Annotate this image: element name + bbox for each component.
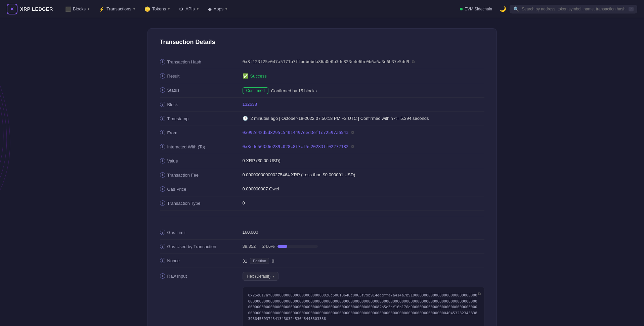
logo-icon: ✕ — [7, 4, 17, 14]
search-shortcut: / — [629, 7, 634, 11]
row-transaction-fee: i Transaction Fee 0.000000000000275464 X… — [160, 168, 484, 182]
row-result: i Result ✅ Success — [160, 69, 484, 83]
row-nonce: i Nonce 31 Position 0 — [160, 254, 484, 268]
nav-apis-label: APIs — [185, 6, 195, 11]
clock-icon: 🕐 — [243, 116, 248, 121]
label-transaction-hash: i Transaction Hash — [160, 58, 237, 64]
row-gas-limit: i Gas Limit 160,000 — [160, 226, 484, 240]
info-icon-status[interactable]: i — [160, 87, 165, 93]
hash-value: 0x8f123f25e047a5171b7ffbdbebda86a0e0b3dc… — [243, 59, 410, 64]
row-status: i Status Confirmed Confirmed by 15 block… — [160, 83, 484, 98]
nav-tokens-label: Tokens — [152, 6, 166, 11]
info-icon-interacted[interactable]: i — [160, 144, 165, 149]
apps-chevron: ▾ — [225, 7, 227, 11]
copy-from-button[interactable]: ⧉ — [351, 130, 354, 135]
copy-raw-input-button[interactable]: ⧉ — [478, 290, 481, 297]
nav-blocks[interactable]: ⬛ Blocks ▾ — [61, 4, 93, 14]
section-divider-1 — [160, 216, 484, 216]
label-value: i Value — [160, 157, 237, 164]
info-icon-value[interactable]: i — [160, 158, 165, 164]
label-gas-price: i Gas Price — [160, 186, 237, 192]
nav-blocks-label: Blocks — [73, 6, 86, 11]
value-from: 0x992e42d5d8295c54014497eed3ef1c72597a65… — [243, 129, 484, 135]
card-title: Transaction Details — [160, 39, 484, 46]
value-transaction-hash: 0x8f123f25e047a5171b7ffbdbebda86a0e0b3dc… — [243, 58, 484, 64]
search-bar[interactable]: 🔍 / — [510, 5, 637, 13]
label-result: i Result — [160, 73, 237, 79]
interacted-address-link[interactable]: 0x8cde56336e289c028c8f7cf5c20283ff022721… — [243, 144, 349, 149]
logo-text: XRP LEDGER — [20, 6, 53, 12]
info-icon-raw-input[interactable]: i — [160, 273, 165, 279]
tokens-icon: 🪙 — [144, 6, 150, 12]
from-address-link[interactable]: 0x992e42d5d8295c54014497eed3ef1c72597a65… — [243, 130, 349, 135]
info-icon-gas-used[interactable]: i — [160, 244, 165, 249]
gas-used-value: 39,352 — [243, 244, 256, 249]
block-link[interactable]: 132638 — [243, 102, 257, 107]
value-timestamp: 🕐 2 minutes ago | October-18-2022 07:50:… — [243, 115, 484, 121]
top-navbar: ✕ XRP LEDGER ⬛ Blocks ▾ ⚡ Transactions ▾… — [0, 0, 644, 18]
gas-used-separator: | — [258, 244, 259, 249]
gas-price-text: 0.000000007 Gwei — [243, 186, 279, 191]
row-transaction-type: i Transaction Type 0 — [160, 196, 484, 211]
confirmed-by-text: Confirmed by 15 blocks — [271, 88, 317, 93]
info-icon-result[interactable]: i — [160, 73, 165, 79]
timestamp-text: 2 minutes ago | October-18-2022 07:50:18… — [251, 116, 429, 121]
value-gas-used: 39,352 | 24.6% — [243, 243, 484, 249]
dropdown-arrow: ▾ — [272, 275, 274, 278]
nav-apis[interactable]: ⚙ APIs ▾ — [175, 4, 202, 14]
info-icon-type[interactable]: i — [160, 200, 165, 206]
nav-apps-label: Apps — [214, 6, 224, 11]
blocks-chevron: ▾ — [88, 7, 89, 11]
xrp-value-text: 0 XRP ($0.00 USD) — [243, 158, 281, 163]
label-raw-input: i Raw Input — [160, 271, 237, 279]
dark-mode-toggle[interactable]: 🌙 — [498, 4, 508, 14]
evm-label: EVM Sidechain — [465, 7, 492, 11]
nav-apps[interactable]: ◆ Apps ▾ — [204, 4, 231, 14]
nav-transactions-label: Transactions — [106, 6, 131, 11]
fee-value-text: 0.000000000000275464 XRP (Less than $0.0… — [243, 172, 355, 177]
info-icon-from[interactable]: i — [160, 130, 165, 135]
info-icon-gas-price[interactable]: i — [160, 186, 165, 192]
row-block: i Block 132638 — [160, 98, 484, 112]
hex-format-select[interactable]: Hex (Default) ▾ — [243, 272, 279, 281]
row-interacted-with: i Interacted With (To) 0x8cde56336e289c0… — [160, 140, 484, 154]
gas-used-container: 39,352 | 24.6% — [243, 244, 318, 249]
info-icon-fee[interactable]: i — [160, 172, 165, 178]
nav-transactions[interactable]: ⚡ Transactions ▾ — [95, 4, 139, 14]
position-value: 0 — [272, 259, 274, 264]
apis-chevron: ▾ — [197, 7, 199, 11]
position-badge: Position — [250, 258, 269, 264]
info-icon-block[interactable]: i — [160, 102, 165, 107]
label-interacted-with: i Interacted With (To) — [160, 143, 237, 149]
nav-items: ⬛ Blocks ▾ ⚡ Transactions ▾ 🪙 Tokens ▾ ⚙… — [61, 4, 637, 14]
label-transaction-type: i Transaction Type — [160, 200, 237, 206]
apis-icon: ⚙ — [179, 6, 183, 12]
transactions-icon: ⚡ — [99, 6, 104, 12]
search-icon: 🔍 — [513, 6, 519, 12]
label-block: i Block — [160, 101, 237, 107]
row-value: i Value 0 XRP ($0.00 USD) — [160, 154, 484, 168]
info-icon-gas-limit[interactable]: i — [160, 230, 165, 235]
raw-input-area: ⧉ 0x25e817af000000000000000000000000926c… — [243, 287, 484, 326]
success-text: Success — [250, 74, 267, 79]
row-from: i From 0x992e42d5d8295c54014497eed3ef1c7… — [160, 126, 484, 140]
label-gas-used: i Gas Used by Transaction — [160, 243, 237, 249]
search-input[interactable] — [522, 7, 626, 11]
row-transaction-hash: i Transaction Hash 0x8f123f25e047a5171b7… — [160, 55, 484, 69]
info-icon-hash[interactable]: i — [160, 59, 165, 64]
gas-progress-fill — [277, 245, 288, 248]
gas-used-percent: 24.6% — [262, 244, 275, 249]
info-icon-nonce[interactable]: i — [160, 258, 165, 263]
nav-tokens[interactable]: 🪙 Tokens ▾ — [140, 4, 174, 14]
info-icon-timestamp[interactable]: i — [160, 116, 165, 121]
value-interacted-with: 0x8cde56336e289c028c8f7cf5c20283ff022721… — [243, 143, 484, 149]
logo[interactable]: ✕ XRP LEDGER — [7, 4, 53, 14]
evm-badge: EVM Sidechain — [456, 5, 496, 13]
value-transaction-type: 0 — [243, 200, 484, 205]
label-status: i Status — [160, 87, 237, 93]
nonce-value: 31 — [243, 259, 247, 264]
label-gas-limit: i Gas Limit — [160, 229, 237, 235]
copy-interacted-button[interactable]: ⧉ — [351, 144, 354, 149]
label-transaction-fee: i Transaction Fee — [160, 172, 237, 178]
copy-hash-button[interactable]: ⧉ — [412, 59, 415, 64]
